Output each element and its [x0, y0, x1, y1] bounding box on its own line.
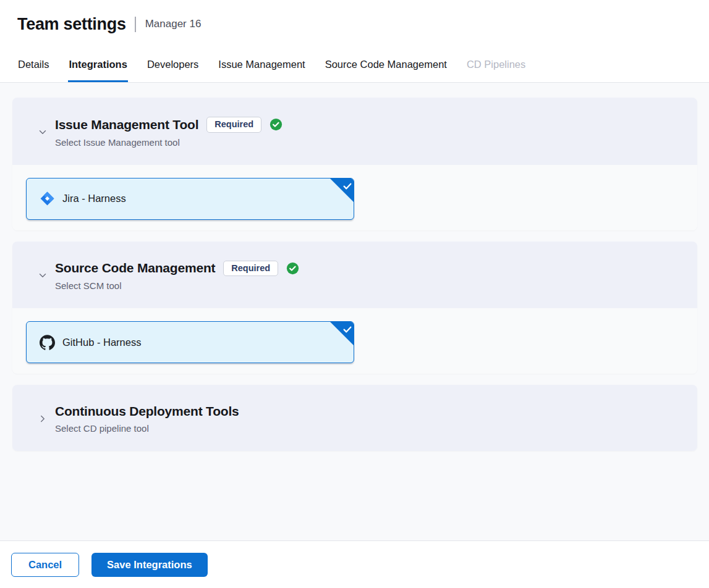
section-title: Source Code Management — [55, 261, 215, 275]
chevron-down-icon[interactable] — [37, 127, 48, 138]
tabs-bar: Details Integrations Developers Issue Ma… — [0, 48, 709, 83]
tab-issue-management[interactable]: Issue Management — [218, 48, 305, 82]
check-icon — [342, 324, 352, 334]
section-title: Issue Management Tool — [55, 117, 198, 132]
check-circle-icon — [286, 262, 299, 275]
option-label: Jira - Harness — [62, 193, 126, 204]
page-header: Team settings Manager 16 — [0, 0, 709, 48]
selected-corner — [330, 322, 354, 345]
section-body-scm: GitHub - Harness — [12, 308, 697, 374]
integrations-panel: Issue Management Tool Required Select Is… — [0, 83, 709, 451]
jira-icon — [40, 191, 55, 206]
section-subtitle: Select SCM tool — [55, 280, 299, 291]
section-header-cd[interactable]: Continuous Deployment Tools Select CD pi… — [12, 385, 697, 451]
option-label: GitHub - Harness — [62, 337, 141, 348]
tab-source-code-management[interactable]: Source Code Management — [325, 48, 448, 82]
tab-developers[interactable]: Developers — [146, 48, 199, 82]
page-subtitle: Manager 16 — [145, 18, 202, 30]
section-title: Continuous Deployment Tools — [55, 404, 239, 419]
section-issue-management-tool: Issue Management Tool Required Select Is… — [12, 98, 697, 230]
chevron-right-icon[interactable] — [37, 413, 48, 424]
chevron-down-icon[interactable] — [37, 270, 48, 281]
footer-action-bar: Cancel Save Integrations — [0, 540, 709, 588]
section-body-issue-management: Jira - Harness — [12, 165, 697, 230]
selected-corner — [330, 178, 354, 202]
section-header-scm[interactable]: Source Code Management Required Select S… — [12, 242, 697, 309]
section-subtitle: Select CD pipeline tool — [55, 423, 239, 434]
check-circle-icon — [270, 118, 282, 131]
option-card-jira-harness[interactable]: Jira - Harness — [26, 178, 354, 220]
title-divider — [135, 17, 136, 32]
tab-cd-pipelines: CD Pipelines — [466, 48, 526, 82]
required-badge: Required — [206, 117, 261, 133]
save-integrations-button[interactable]: Save Integrations — [91, 553, 208, 577]
cancel-button[interactable]: Cancel — [11, 553, 79, 577]
github-icon — [40, 335, 55, 350]
required-badge: Required — [223, 261, 278, 277]
tab-details[interactable]: Details — [17, 48, 49, 82]
section-subtitle: Select Issue Management tool — [55, 137, 282, 148]
option-card-github-harness[interactable]: GitHub - Harness — [26, 321, 354, 363]
section-continuous-deployment: Continuous Deployment Tools Select CD pi… — [12, 385, 697, 451]
section-header-issue-management[interactable]: Issue Management Tool Required Select Is… — [12, 98, 697, 165]
tab-integrations[interactable]: Integrations — [68, 48, 127, 82]
check-icon — [342, 181, 352, 191]
page-title: Team settings — [17, 15, 126, 34]
section-source-code-management: Source Code Management Required Select S… — [12, 242, 697, 374]
